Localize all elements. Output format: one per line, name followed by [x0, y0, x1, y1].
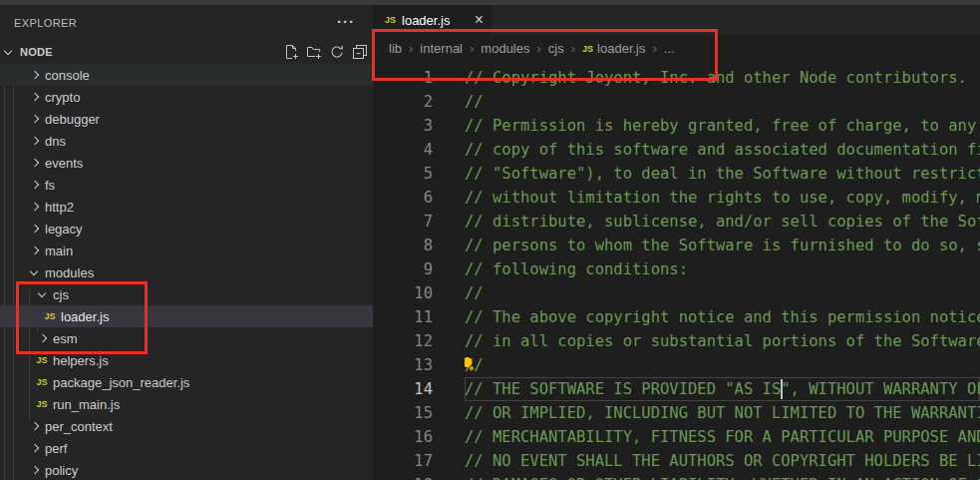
- vscode-window: EXPLORER ··· NODE: [0, 0, 980, 480]
- breadcrumb-item-loader-js[interactable]: JSloader.js: [582, 41, 645, 56]
- line-number[interactable]: 7: [373, 210, 465, 234]
- code-line-6[interactable]: 6// without limitation the rights to use…: [373, 186, 980, 210]
- tree-item-label: helpers.js: [53, 353, 109, 368]
- line-number[interactable]: 5: [373, 162, 465, 186]
- tree-item-modules[interactable]: modules: [0, 261, 373, 283]
- tree-item-perf[interactable]: perf: [0, 437, 373, 459]
- code-line-1[interactable]: 1// Copyright Joyent, Inc. and other Nod…: [373, 66, 980, 90]
- code-line-18[interactable]: 18// DAMAGES OR OTHER LIABILITY, WHETHER…: [373, 473, 980, 480]
- line-number[interactable]: 14: [373, 377, 465, 401]
- line-number[interactable]: 8: [373, 234, 465, 257]
- breadcrumb-item-cjs[interactable]: cjs: [548, 41, 564, 56]
- tree-item-label: fs: [45, 178, 55, 193]
- collapse-all-icon[interactable]: [352, 44, 368, 60]
- line-number[interactable]: 9: [373, 257, 465, 281]
- breadcrumb-item--[interactable]: ...: [664, 41, 675, 56]
- tree-item-package-json-reader-js[interactable]: JSpackage_json_reader.js: [0, 371, 373, 393]
- breadcrumb-item-lib[interactable]: lib: [389, 41, 402, 56]
- code-line-7[interactable]: 7// distribute, sublicense, and/or sell …: [373, 210, 980, 234]
- code-line-9[interactable]: 9// following conditions:: [373, 257, 980, 281]
- breadcrumb-label: cjs: [548, 41, 564, 56]
- code-line-17[interactable]: 17// NO EVENT SHALL THE AUTHORS OR COPYR…: [373, 449, 980, 473]
- tree-item-events[interactable]: events: [0, 152, 373, 174]
- breadcrumb-item-internal[interactable]: internal: [420, 41, 463, 56]
- tree-item-label: main: [45, 243, 73, 258]
- code-line-10[interactable]: 10//: [373, 281, 980, 305]
- code-line-11[interactable]: 11// The above copyright notice and this…: [373, 305, 980, 329]
- tree-item-loader-js[interactable]: JSloader.js: [0, 305, 373, 327]
- line-number[interactable]: 4: [373, 138, 465, 162]
- tree-item-label: console: [45, 68, 90, 83]
- new-file-icon[interactable]: [283, 44, 299, 60]
- tree-item-label: dns: [45, 134, 66, 149]
- line-number[interactable]: 17: [373, 449, 465, 473]
- line-number[interactable]: 1: [373, 66, 465, 90]
- chevron-right-icon: [26, 177, 42, 193]
- breadcrumb-separator: ›: [409, 41, 413, 56]
- code-text: // following conditions:: [465, 257, 980, 281]
- tab-label: loader.js: [402, 13, 450, 28]
- line-number[interactable]: 12: [373, 329, 465, 353]
- tree-item-legacy[interactable]: legacy: [0, 218, 373, 240]
- tree-item-label: package_json_reader.js: [53, 375, 189, 390]
- tree-item-http2[interactable]: http2: [0, 196, 373, 218]
- code-text: // NO EVENT SHALL THE AUTHORS OR COPYRIG…: [465, 449, 980, 473]
- section-header-node[interactable]: NODE: [0, 40, 373, 64]
- code-line-15[interactable]: 15// OR IMPLIED, INCLUDING BUT NOT LIMIT…: [373, 401, 980, 425]
- breadcrumb-label: ...: [664, 41, 675, 56]
- line-number[interactable]: 16: [373, 425, 465, 449]
- tree-item-label: crypto: [45, 90, 80, 105]
- tab-loader-js[interactable]: JS loader.js ×: [373, 5, 491, 35]
- line-number[interactable]: 15: [373, 401, 465, 425]
- tree-item-fs[interactable]: fs: [0, 174, 373, 196]
- line-number[interactable]: 13: [373, 353, 465, 377]
- line-number[interactable]: 18: [373, 473, 465, 480]
- chevron-right-icon: [26, 242, 42, 258]
- code-line-8[interactable]: 8// persons to whom the Software is furn…: [373, 234, 980, 257]
- tree-item-label: perf: [45, 441, 67, 456]
- code-line-3[interactable]: 3// Permission is hereby granted, free o…: [373, 114, 980, 138]
- code-line-2[interactable]: 2//: [373, 90, 980, 114]
- tree-item-crypto[interactable]: crypto: [0, 86, 373, 108]
- tree-item-dns[interactable]: dns: [0, 130, 373, 152]
- new-folder-icon[interactable]: [306, 44, 322, 60]
- code-text: // "Software"), to deal in the Software …: [465, 162, 980, 186]
- tree-item-helpers-js[interactable]: JShelpers.js: [0, 349, 373, 371]
- editor-tab-bar: JS loader.js ×: [373, 5, 980, 35]
- tree-item-console[interactable]: console: [0, 64, 373, 86]
- line-number[interactable]: 11: [373, 305, 465, 329]
- code-line-4[interactable]: 4// copy of this software and associated…: [373, 138, 980, 162]
- breadcrumb-separator: ›: [653, 41, 657, 56]
- close-icon[interactable]: ×: [475, 12, 484, 28]
- line-number[interactable]: 2: [373, 90, 465, 114]
- more-actions-icon[interactable]: ···: [337, 14, 355, 30]
- line-number[interactable]: 3: [373, 114, 465, 138]
- tree-item-cjs[interactable]: cjs: [0, 283, 373, 305]
- tree-item-run-main-js[interactable]: JSrun_main.js: [0, 393, 373, 415]
- line-number[interactable]: 6: [373, 186, 465, 210]
- chevron-right-icon: [26, 440, 42, 456]
- code-editor[interactable]: 1// Copyright Joyent, Inc. and other Nod…: [373, 66, 980, 480]
- file-tree: consolecryptodebuggerdnseventsfshttp2leg…: [0, 64, 373, 480]
- code-line-14[interactable]: 14// THE SOFTWARE IS PROVIDED "AS IS", W…: [373, 377, 980, 401]
- tree-item-policy[interactable]: policy: [0, 459, 373, 480]
- tree-item-main[interactable]: main: [0, 240, 373, 261]
- code-text: // Copyright Joyent, Inc. and other Node…: [465, 66, 980, 90]
- code-text: // DAMAGES OR OTHER LIABILITY, WHETHER I…: [465, 473, 980, 480]
- chevron-down-icon: [0, 44, 16, 60]
- breadcrumb-item-modules[interactable]: modules: [481, 41, 529, 56]
- tree-item-per-context[interactable]: per_context: [0, 415, 373, 437]
- code-line-12[interactable]: 12// in all copies or substantial portio…: [373, 329, 980, 353]
- code-line-5[interactable]: 5// "Software"), to deal in the Software…: [373, 162, 980, 186]
- code-line-16[interactable]: 16// MERCHANTABILITY, FITNESS FOR A PART…: [373, 425, 980, 449]
- explorer-title: EXPLORER: [14, 17, 77, 29]
- code-line-13[interactable]: 13//: [373, 353, 980, 377]
- code-text: // copy of this software and associated …: [465, 138, 980, 162]
- refresh-icon[interactable]: [329, 44, 345, 60]
- tree-item-debugger[interactable]: debugger: [0, 108, 373, 130]
- line-number[interactable]: 10: [373, 281, 465, 305]
- tree-item-esm[interactable]: esm: [0, 327, 373, 349]
- breadcrumb: lib›internal›modules›cjs›JSloader.js›...: [373, 35, 980, 62]
- lightbulb-icon[interactable]: [465, 353, 480, 376]
- code-text: // without limitation the rights to use,…: [465, 186, 980, 210]
